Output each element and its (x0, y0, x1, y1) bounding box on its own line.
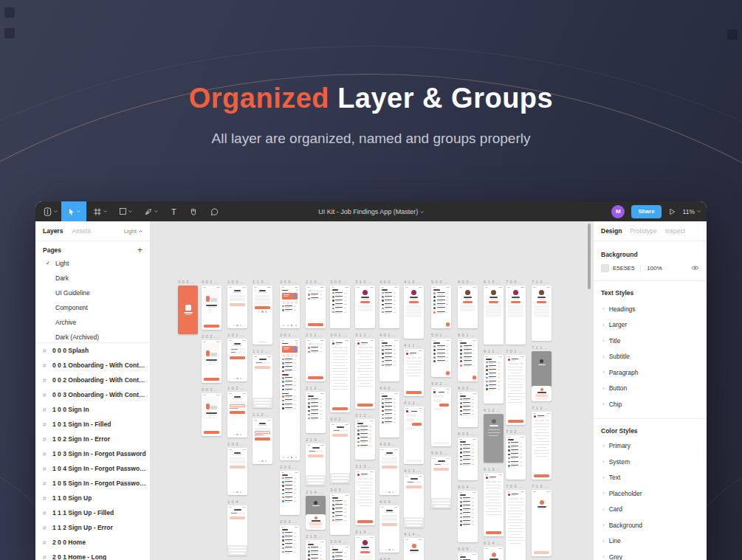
page-item[interactable]: Dark (35, 271, 150, 286)
layer-item[interactable]: #1 0 3 Sign In - Forgot Password (35, 446, 150, 461)
opacity-value[interactable]: 100% (647, 265, 662, 272)
canvas-frame[interactable] (404, 407, 424, 464)
zoom-control[interactable]: 11% (683, 208, 701, 215)
canvas-frame[interactable] (253, 286, 272, 345)
canvas-frame[interactable] (458, 286, 478, 328)
avatar[interactable]: M (611, 205, 625, 218)
canvas-frame[interactable] (484, 473, 504, 536)
style-item[interactable]: ›Primary (601, 438, 699, 454)
page-item[interactable]: Dark (Archived) (35, 330, 150, 343)
tab-assets[interactable]: Assets (72, 227, 91, 235)
canvas-frame[interactable] (506, 435, 526, 480)
canvas-frame[interactable] (355, 286, 375, 328)
canvas-frame[interactable] (404, 538, 424, 560)
tab-design[interactable]: Design (601, 227, 622, 235)
main-menu-button[interactable] (39, 201, 61, 221)
comment-tool-button[interactable] (206, 201, 222, 221)
canvas-frame[interactable] (330, 494, 350, 535)
tab-prototype[interactable]: Prototype (630, 227, 656, 235)
page-item[interactable]: ✓Light (35, 256, 150, 271)
canvas-frame[interactable] (355, 470, 375, 525)
style-item[interactable]: ›Background (601, 517, 699, 533)
layer-item[interactable]: #2 0 0 Home (35, 535, 150, 550)
canvas-frame[interactable] (280, 471, 300, 515)
style-item[interactable]: ›Subtitle (601, 349, 699, 365)
layer-item[interactable]: #1 0 4 Sign In - Forgot Password - Fi... (35, 461, 150, 476)
canvas-frame[interactable] (484, 547, 504, 560)
style-item[interactable]: ›Grey (601, 549, 699, 560)
canvas-frame[interactable] (306, 286, 326, 328)
canvas-frame[interactable] (431, 339, 451, 377)
canvas-frame[interactable] (355, 339, 375, 409)
present-icon[interactable] (668, 207, 676, 216)
canvas-frame[interactable] (404, 286, 424, 339)
style-item[interactable]: ›System (601, 454, 699, 470)
layer-item[interactable]: #1 1 0 Sign Up (35, 491, 150, 505)
canvas-frame[interactable] (458, 438, 478, 480)
canvas-frame[interactable] (306, 496, 326, 530)
canvas[interactable]: 0 0 0 ...0 0 1 ...0 0 2 ...0 0 3 ...1 0 … (151, 221, 593, 560)
canvas-frame[interactable] (404, 349, 424, 396)
canvas-frame[interactable] (484, 286, 504, 345)
frame-tool-button[interactable] (89, 201, 111, 221)
canvas-frame[interactable] (431, 286, 451, 328)
canvas-frame[interactable] (202, 393, 221, 436)
canvas-frame[interactable] (330, 423, 350, 483)
page-switcher[interactable]: Light (124, 228, 142, 235)
hand-tool-button[interactable] (185, 201, 202, 221)
canvas-frame[interactable] (306, 443, 326, 485)
layer-item[interactable]: #0 0 1 Onboarding - With Control - ... (35, 358, 150, 373)
canvas-frame[interactable] (253, 418, 272, 464)
style-item[interactable]: ›Paragraph (601, 364, 699, 381)
layer-item[interactable]: #1 0 0 Sign In (35, 402, 150, 417)
pen-tool-button[interactable] (140, 201, 162, 221)
canvas-frame[interactable] (532, 351, 552, 401)
color-hex[interactable]: E5E5E5 (613, 265, 634, 272)
page-item[interactable]: Archive (35, 315, 150, 330)
canvas-frame[interactable] (458, 553, 478, 560)
canvas-frame[interactable] (330, 286, 350, 328)
style-item[interactable]: ›Card (601, 502, 699, 518)
canvas-frame[interactable] (379, 286, 399, 328)
style-item[interactable]: ›Headings (601, 301, 699, 317)
canvas-frame[interactable] (458, 339, 478, 381)
canvas-frame[interactable] (227, 448, 247, 495)
canvas-frame[interactable] (227, 286, 247, 328)
layer-item[interactable]: #1 0 1 Sign In - Filled (35, 417, 150, 432)
layer-item[interactable]: #0 0 2 Onboarding - With Control - ... (35, 373, 150, 387)
layer-item[interactable]: #2 0 1 Home - Long (35, 550, 150, 560)
canvas-frame[interactable] (532, 286, 552, 341)
color-swatch[interactable] (601, 264, 609, 272)
canvas-frame[interactable] (379, 448, 399, 495)
canvas-frame[interactable] (532, 490, 552, 556)
text-tool-button[interactable]: T (168, 201, 180, 221)
canvas-frame[interactable] (431, 457, 451, 508)
canvas-frame[interactable] (379, 339, 399, 381)
canvas-frame[interactable] (404, 474, 424, 528)
style-item[interactable]: ›Button (601, 381, 699, 397)
layer-item[interactable]: #1 0 5 Sign In - Forgot Password - R... (35, 476, 150, 491)
style-item[interactable]: ›Larger (601, 317, 699, 333)
canvas-frame[interactable] (227, 505, 247, 556)
canvas-frame[interactable] (227, 392, 247, 438)
style-item[interactable]: ›Line (601, 533, 699, 550)
canvas-frame[interactable] (484, 355, 504, 404)
canvas-frame[interactable] (306, 339, 326, 381)
shape-tool-button[interactable] (115, 201, 136, 221)
canvas-frame[interactable] (484, 414, 504, 463)
canvas-frame[interactable] (458, 491, 478, 542)
canvas-frame[interactable] (506, 355, 526, 425)
canvas-frame[interactable] (506, 286, 526, 345)
layer-item[interactable]: #0 0 3 Onboarding - With Control - ... (35, 387, 150, 402)
style-item[interactable]: ›Chip (601, 396, 699, 412)
layer-item[interactable]: #0 0 0 Splash (35, 343, 150, 358)
canvas-frame[interactable] (355, 536, 375, 560)
canvas-frame[interactable] (306, 540, 326, 560)
canvas-frame[interactable] (178, 286, 198, 334)
layer-item[interactable]: #1 0 2 Sign In - Error (35, 432, 150, 446)
canvas-scrollbar[interactable] (588, 224, 591, 289)
style-item[interactable]: ›Text (601, 470, 699, 486)
layer-item[interactable]: #1 1 1 Sign Up - Filled (35, 505, 150, 520)
canvas-frame[interactable] (506, 490, 526, 560)
move-tool-button[interactable] (61, 201, 86, 221)
